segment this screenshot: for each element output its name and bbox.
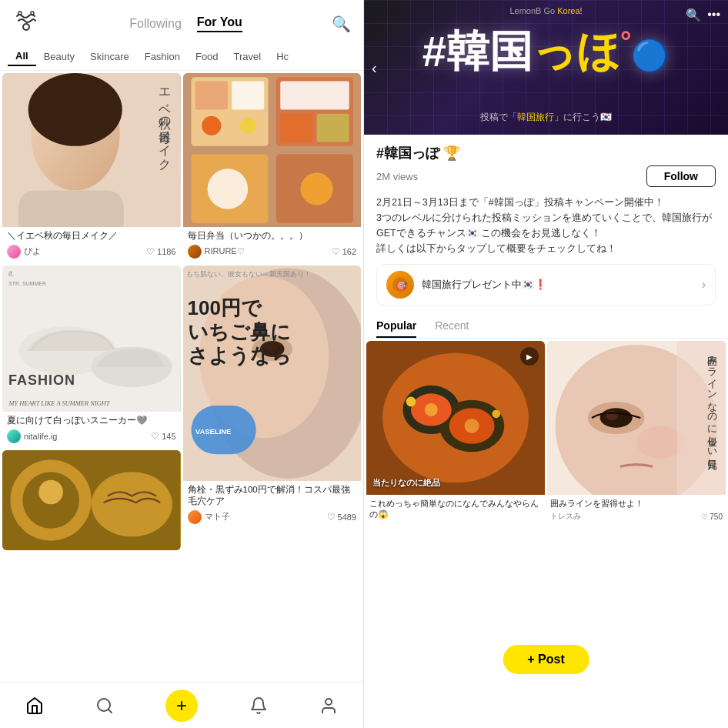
card-author-row: マト子 ♡ 5489 <box>188 510 357 524</box>
likes-count: 145 <box>162 432 175 441</box>
card-author-row: RIRURE♡ ♡ 162 <box>188 245 357 259</box>
svg-point-22 <box>239 118 255 134</box>
tab-popular[interactable]: Popular <box>376 315 416 338</box>
r-card-author-row: トレスみ ♡ 750 <box>550 511 723 522</box>
banner-brand: LemonB Go Korea! <box>509 6 582 15</box>
heart-icon: ♡ <box>332 246 340 257</box>
for-you-tab[interactable]: For You <box>197 15 242 32</box>
author-avatar <box>7 429 21 443</box>
card-meta: 毎日弁当（いつかの。。。） RIRURE♡ ♡ 162 <box>183 227 362 263</box>
banner-more-icon[interactable]: ••• <box>707 8 720 22</box>
svg-point-30 <box>300 172 332 205</box>
likes-count: 162 <box>342 247 356 256</box>
right-card-food[interactable]: ▶ 当たりなのに絶品 これめっちゃ簡単なのになんでみんなやらんの😱 <box>366 341 545 525</box>
svg-rect-19 <box>195 82 227 110</box>
svg-point-29 <box>207 169 248 209</box>
category-skincare[interactable]: Skincare <box>82 48 137 65</box>
play-button[interactable]: ▶ <box>520 347 539 366</box>
banner-search-icon[interactable]: 🔍 <box>686 8 701 22</box>
left-panel: Following For You 🔍 All Beauty Skincare … <box>0 0 364 728</box>
svg-point-52 <box>492 409 500 418</box>
card-sneakers[interactable]: MY HEART LIKE A SUMMER NIGHT FASHION if.… <box>2 265 181 448</box>
card-likes: ♡ 145 <box>151 431 175 442</box>
author-name: マト子 <box>205 511 230 523</box>
card-meta: 夏に向けて白っぽいスニーカー🩶 nitalife.ig ♡ 145 <box>2 412 181 448</box>
category-food[interactable]: Food <box>188 48 226 65</box>
svg-point-40 <box>326 699 332 705</box>
promo-icon: 🎯 <box>386 271 414 299</box>
banner-brand-highlight: Korea! <box>557 6 582 15</box>
beauty-overlay-text: 囲みラインなのに優しい目元に <box>705 349 720 464</box>
profile-nav-item[interactable] <box>319 696 338 715</box>
category-travel[interactable]: Travel <box>226 48 269 65</box>
skincare-price-text: 100円でいちご鼻にさようなら <box>188 296 292 369</box>
plus-icon: + <box>176 695 187 716</box>
right-panel: LemonB Go Korea! #韓国っほ°🔵 投稿で「韓国旅行」に行こう🇰🇷… <box>364 0 728 728</box>
svg-rect-26 <box>316 114 349 142</box>
following-tab[interactable]: Following <box>129 17 182 31</box>
banner-nav-right: 🔍 ••• <box>686 8 720 22</box>
banner[interactable]: LemonB Go Korea! #韓国っほ°🔵 投稿で「韓国旅行」に行こう🇰🇷… <box>364 0 728 135</box>
svg-rect-25 <box>280 114 312 142</box>
likes-count: 1186 <box>157 247 175 256</box>
category-hc[interactable]: Hc <box>269 48 296 65</box>
feed-grid: エベ秋の毎日メイク ＼イエベ秋の毎日メイク／ ぴよ ♡ 1186 <box>0 71 363 682</box>
card-title: 毎日弁当（いつかの。。。） <box>188 230 357 242</box>
svg-point-16 <box>92 472 172 536</box>
card-author: マト子 <box>188 510 230 524</box>
category-bar: All Beauty Skincare Fashion Food Travel … <box>0 43 363 71</box>
svg-point-49 <box>425 403 438 416</box>
svg-rect-7 <box>18 191 124 227</box>
card-bento[interactable]: 毎日弁当（いつかの。。。） RIRURE♡ ♡ 162 <box>183 73 362 263</box>
header: Following For You 🔍 <box>0 0 363 43</box>
card-meta: ＼イエベ秋の毎日メイク／ ぴよ ♡ 1186 <box>2 227 181 263</box>
card-food-bottom[interactable] <box>2 450 181 550</box>
home-nav-item[interactable] <box>25 696 44 715</box>
svg-text:VASELINE: VASELINE <box>195 427 231 436</box>
post-button[interactable]: + <box>165 690 198 722</box>
chevron-right-icon: › <box>702 278 706 292</box>
search-icon[interactable]: 🔍 <box>332 15 351 33</box>
svg-point-6 <box>28 73 122 146</box>
card-author: nitalife.ig <box>7 429 57 443</box>
post-button[interactable]: + Post <box>503 645 589 674</box>
heart-icon: ♡ <box>146 246 155 257</box>
header-tabs: Following For You <box>129 15 242 32</box>
r-card-title: 囲みラインを習得せよ！ <box>550 498 723 509</box>
food-card-overlay: 当たりなのに絶品 <box>372 477 539 489</box>
svg-point-57 <box>606 411 619 421</box>
banner-prev-button[interactable]: ‹ <box>372 58 377 76</box>
category-all[interactable]: All <box>8 47 36 66</box>
card-meta: 角栓・黒ずみ100円で解消！コスパ最強毛穴ケア マト子 ♡ 5489 <box>183 481 362 529</box>
promo-text: 韓国旅行プレゼント中🇰🇷❗ <box>422 278 694 292</box>
banner-title: #韓国っほ°🔵 <box>422 23 670 82</box>
right-wrapper: ▶ 当たりなのに絶品 これめっちゃ簡単なのになんでみんなやらんの😱 <box>364 339 728 728</box>
right-content: #韓国っぽ 🏆 2M views Follow 2月21日～3月13日まで「#韓… <box>364 135 728 315</box>
card-likes: ♡ 1186 <box>146 246 175 257</box>
r-card-title: これめっちゃ簡単なのになんでみんなやらんの😱 <box>369 498 542 520</box>
follow-button[interactable]: Follow <box>646 165 716 187</box>
right-card-beauty[interactable]: 囲みラインなのに優しい目元に 囲みラインを習得せよ！ トレスみ ♡ 750 <box>547 341 726 526</box>
svg-point-51 <box>406 397 416 407</box>
views-text: 2M views <box>376 171 418 182</box>
svg-text:🎯: 🎯 <box>396 279 407 291</box>
card-title: ＼イエベ秋の毎日メイク／ <box>7 230 176 242</box>
notifications-nav-item[interactable] <box>249 696 268 715</box>
card-likes: ♡ 162 <box>332 246 356 257</box>
r-card-meta: 囲みラインを習得せよ！ トレスみ ♡ 750 <box>547 495 726 526</box>
tab-recent[interactable]: Recent <box>435 315 469 338</box>
card-title: 角栓・黒ずみ100円で解消！コスパ最強毛穴ケア <box>188 484 357 507</box>
svg-text:MY HEART LIKE A SUMMER NIGHT: MY HEART LIKE A SUMMER NIGHT <box>8 400 110 407</box>
card-author-row: nitalife.ig ♡ 145 <box>7 429 176 443</box>
card-likes: ♡ 5489 <box>327 512 356 523</box>
banner-subtitle-highlight: 韓国旅行 <box>517 112 554 122</box>
search-nav-item[interactable] <box>95 696 114 715</box>
category-fashion[interactable]: Fashion <box>137 48 188 65</box>
svg-point-15 <box>38 480 63 505</box>
card-makeup[interactable]: エベ秋の毎日メイク ＼イエベ秋の毎日メイク／ ぴよ ♡ 1186 <box>2 73 181 263</box>
category-beauty[interactable]: Beauty <box>36 48 82 65</box>
promo-card[interactable]: 🎯 韓国旅行プレゼント中🇰🇷❗ › <box>376 264 716 306</box>
card-skincare[interactable]: VASELINE もち肌ない。彼女もない→新天国あり！ 100円でいちご鼻にさよ… <box>183 265 362 529</box>
svg-line-39 <box>109 709 112 712</box>
author-avatar <box>7 245 21 259</box>
